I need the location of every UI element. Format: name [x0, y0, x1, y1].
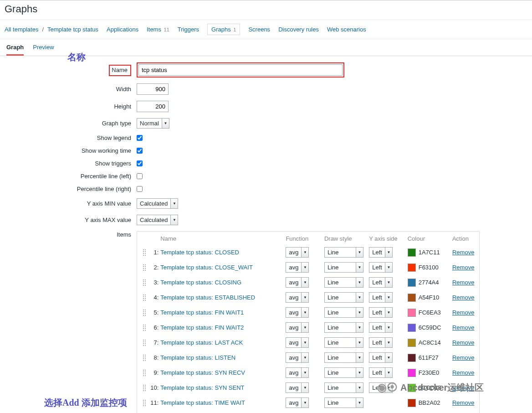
function-select[interactable]: avg▼ — [286, 262, 309, 273]
yaxisside-select[interactable]: Left▼ — [369, 262, 393, 273]
drawstyle-select[interactable]: Line▼ — [324, 262, 363, 273]
color-swatch[interactable] — [408, 263, 416, 272]
remove-link[interactable]: Remove — [452, 294, 474, 301]
percentile-left-checkbox[interactable] — [137, 173, 143, 179]
drag-handle-icon[interactable] — [143, 354, 146, 361]
remove-link[interactable]: Remove — [452, 399, 474, 406]
yaxisside-select[interactable]: Left▼ — [369, 307, 393, 318]
drag-handle-icon[interactable] — [143, 309, 146, 316]
item-name-link[interactable]: Template tcp status: CLOSED — [160, 249, 239, 256]
bc-discovery[interactable]: Discovery rules — [278, 26, 319, 33]
tab-preview[interactable]: Preview — [33, 44, 54, 56]
yaxisside-select[interactable]: Left▼ — [369, 367, 393, 378]
bc-screens[interactable]: Screens — [248, 26, 270, 33]
drawstyle-select[interactable]: Line▼ — [324, 382, 363, 393]
bc-template[interactable]: Template tcp status — [47, 26, 98, 33]
function-select[interactable]: avg▼ — [286, 398, 309, 408]
drawstyle-select[interactable]: Line▼ — [324, 307, 363, 318]
color-swatch[interactable] — [408, 399, 416, 407]
function-select[interactable]: avg▼ — [286, 307, 309, 318]
item-name-link[interactable]: Template tcp status: LISTEN — [160, 354, 235, 361]
height-input[interactable] — [137, 101, 169, 112]
yaxisside-select[interactable]: Left▼ — [369, 277, 393, 288]
width-input[interactable] — [137, 83, 169, 95]
item-name-link[interactable]: Template tcp status: SYN RECV — [160, 369, 245, 376]
name-input[interactable] — [138, 64, 343, 76]
item-name-link[interactable]: Template tcp status: FIN WAIT1 — [160, 309, 244, 316]
color-swatch[interactable] — [408, 369, 416, 377]
item-name-link[interactable]: Template tcp status: LAST ACK — [160, 339, 243, 346]
yaxisside-select[interactable]: Left▼ — [369, 337, 393, 348]
remove-link[interactable]: Remove — [452, 369, 474, 376]
page-title: Graphs — [0, 0, 532, 20]
drag-handle-icon[interactable] — [143, 279, 146, 286]
yaxisside-select[interactable]: Left▼ — [369, 292, 393, 303]
function-select[interactable]: avg▼ — [286, 322, 309, 333]
drawstyle-select[interactable]: Line▼ — [324, 277, 363, 288]
drag-handle-icon[interactable] — [143, 294, 146, 301]
ymax-select[interactable]: Calculated▼ — [137, 215, 178, 225]
graphtype-select[interactable]: Normal▼ — [137, 118, 169, 129]
chevron-down-icon: ▼ — [385, 262, 393, 273]
percentile-right-checkbox[interactable] — [137, 186, 143, 192]
showworkingtime-checkbox[interactable] — [137, 148, 143, 154]
remove-link[interactable]: Remove — [452, 354, 474, 361]
color-swatch[interactable] — [408, 324, 416, 332]
color-value: 2774A4 — [419, 279, 439, 286]
drawstyle-select[interactable]: Line▼ — [324, 337, 363, 348]
remove-link[interactable]: Remove — [452, 339, 474, 346]
item-name-link[interactable]: Template tcp status: ESTABLISHED — [160, 294, 255, 301]
item-name-link[interactable]: Template tcp status: FIN WAIT2 — [160, 324, 244, 331]
remove-link[interactable]: Remove — [452, 249, 474, 256]
yaxisside-select[interactable]: Left▼ — [369, 322, 393, 333]
yaxisside-select[interactable]: Left▼ — [369, 352, 393, 363]
drag-handle-icon[interactable] — [143, 324, 146, 331]
tab-graph[interactable]: Graph — [6, 44, 24, 56]
chevron-down-icon: ▼ — [356, 262, 363, 273]
color-swatch[interactable] — [408, 294, 416, 302]
color-swatch[interactable] — [408, 279, 416, 287]
ymin-select[interactable]: Calculated▼ — [137, 198, 178, 209]
item-name-link[interactable]: Template tcp status: CLOSE_WAIT — [160, 264, 253, 271]
remove-link[interactable]: Remove — [452, 264, 474, 271]
drag-handle-icon[interactable] — [143, 249, 146, 256]
drag-handle-icon[interactable] — [143, 339, 146, 346]
color-swatch[interactable] — [408, 309, 416, 317]
remove-link[interactable]: Remove — [452, 309, 474, 316]
function-select[interactable]: avg▼ — [286, 277, 309, 288]
yaxisside-select[interactable]: Left▼ — [369, 247, 393, 258]
color-swatch[interactable] — [408, 354, 416, 362]
bc-applications[interactable]: Applications — [107, 26, 138, 33]
drawstyle-select[interactable]: Line▼ — [324, 367, 363, 378]
function-select[interactable]: avg▼ — [286, 382, 309, 393]
bc-items[interactable]: Items 11 — [147, 26, 169, 33]
drawstyle-select[interactable]: Line▼ — [324, 398, 363, 408]
item-name-link[interactable]: Template tcp status: CLOSING — [160, 279, 241, 286]
bc-triggers[interactable]: Triggers — [178, 26, 199, 33]
item-name-link[interactable]: Template tcp status: TIME WAIT — [160, 399, 245, 406]
function-select[interactable]: avg▼ — [286, 292, 309, 303]
drawstyle-select[interactable]: Line▼ — [324, 322, 363, 333]
drawstyle-select[interactable]: Line▼ — [324, 292, 363, 303]
bc-all-templates[interactable]: All templates — [5, 26, 38, 33]
drawstyle-select[interactable]: Line▼ — [324, 247, 363, 258]
function-select[interactable]: avg▼ — [286, 247, 309, 258]
color-swatch[interactable] — [408, 248, 416, 257]
drawstyle-select[interactable]: Line▼ — [324, 352, 363, 363]
drag-handle-icon[interactable] — [143, 369, 146, 377]
drag-handle-icon[interactable] — [143, 264, 146, 271]
ymin-label: Y axis MIN value — [0, 200, 137, 207]
showtriggers-checkbox[interactable] — [137, 160, 143, 166]
function-select[interactable]: avg▼ — [286, 337, 309, 348]
showlegend-checkbox[interactable] — [137, 135, 143, 141]
color-swatch[interactable] — [408, 339, 416, 347]
remove-link[interactable]: Remove — [452, 324, 474, 331]
function-select[interactable]: avg▼ — [286, 352, 309, 363]
function-select[interactable]: avg▼ — [286, 367, 309, 378]
bc-graphs[interactable]: Graphs 1 — [207, 24, 240, 35]
item-name-link[interactable]: Template tcp status: SYN SENT — [160, 384, 244, 391]
drag-handle-icon[interactable] — [143, 384, 146, 392]
drag-handle-icon[interactable] — [143, 399, 146, 407]
remove-link[interactable]: Remove — [452, 279, 474, 286]
bc-webscenarios[interactable]: Web scenarios — [327, 26, 366, 33]
